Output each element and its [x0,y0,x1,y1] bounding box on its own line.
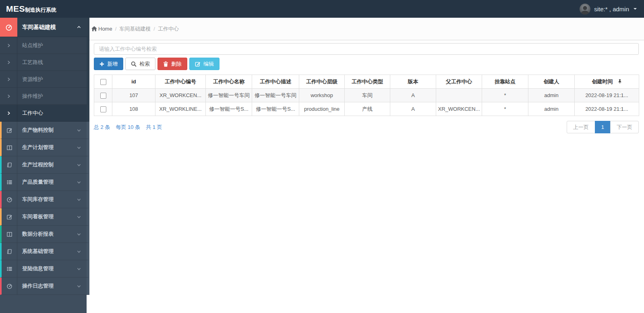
chevron-right-icon [0,71,17,87]
cell-desc: 修一智能一号S... [252,102,299,116]
row-select-cell [94,102,112,116]
sidebar-item-station-maintenance[interactable]: 站点维护 [0,37,89,54]
sidebar-group-label: 登陆信息管理 [17,265,77,272]
top-navbar: MES制造执行系统 site:* , admin [0,0,644,18]
delete-button-label: 删除 [171,60,182,68]
cell-name: 修一智能一号S... [206,102,252,116]
cell-code: XR_WORKCEN... [155,89,206,102]
chevron-down-icon [77,232,81,236]
delete-button[interactable]: 删除 [157,58,187,70]
cell-version: A [390,89,436,102]
list-icon [2,174,17,191]
dashboard-icon [2,278,17,294]
sidebar-group-operation-log-management[interactable]: 操作日志管理 [0,278,89,295]
sidebar-group-process-control[interactable]: 生产过程控制 [0,156,89,174]
sidebar-group-plan-management[interactable]: 生产计划管理 [0,139,89,156]
cell-level: production_line [299,102,345,116]
sidebar-group-label: 产品质量管理 [17,178,77,186]
prev-page-button[interactable]: 上一页 [567,121,595,133]
column-header-type: 工作中心类型 [345,75,390,89]
cell-desc: 修一智能一号车间 [252,89,299,102]
column-header-parent: 父工作中心 [436,75,482,89]
edit-icon [2,122,17,139]
column-header-code: 工作中心编号 [155,75,206,89]
table-header-row: id 工作中心编号 工作中心名称 工作中心描述 工作中心层级 工作中心类型 版本… [94,75,639,89]
select-all-checkbox[interactable] [100,79,106,85]
row-select-cell [94,89,112,102]
sidebar-group-label: 生产物料控制 [17,126,77,134]
breadcrumb-separator: / [153,26,155,32]
breadcrumb-home-link[interactable]: Home [91,26,112,32]
avatar [580,4,590,15]
sidebar-item-label: 站点维护 [17,42,87,49]
cell-id: 108 [112,102,155,116]
search-button[interactable]: 检索 [125,58,155,70]
sidebar-group-login-info-management[interactable]: 登陆信息管理 [0,260,89,278]
table-row[interactable]: 107 XR_WORKCEN... 修一智能一号车间 修一智能一号车间 work… [94,89,639,102]
sidebar-group-label: 生产计划管理 [17,144,77,151]
app-logo: MES制造执行系统 [0,4,56,14]
work-center-table: id 工作中心编号 工作中心名称 工作中心描述 工作中心层级 工作中心类型 版本… [94,75,639,116]
cell-type: 车间 [345,89,390,102]
page-1-button[interactable]: 1 [595,121,611,133]
sidebar-group-label: 数据分析报表 [17,230,77,238]
pagination-controls: 上一页 1 下一页 [567,121,639,133]
sidebar-filler [0,295,89,313]
sidebar-group-label: 系统基础管理 [17,248,77,255]
chevron-right-icon [0,37,17,54]
sidebar-group-label: 生产过程控制 [17,161,77,168]
cell-station: * [482,89,528,102]
sidebar-group-workshop-modeling[interactable]: 车间基础建模 [0,18,89,37]
book-icon [2,156,17,173]
edit-button[interactable]: 编辑 [189,58,219,70]
chevron-down-icon [77,198,81,201]
sidebar-group-quality-management[interactable]: 产品质量管理 [0,174,89,191]
next-page-button[interactable]: 下一页 [610,121,639,133]
breadcrumb-separator: / [115,26,117,32]
row-checkbox[interactable] [100,106,106,112]
cell-parent: XR_WORKCEN... [436,102,482,116]
list-icon [2,260,17,277]
pagination-page-count: 共 1 页 [146,124,162,131]
chevron-down-icon [77,146,81,149]
user-menu[interactable]: site:* , admin [580,4,644,15]
edit-square-icon [195,61,201,67]
content-panel: 新增 检索 删除 编辑 [89,40,644,313]
chevron-down-icon [77,250,81,253]
user-label: site:* , admin [594,6,629,12]
sidebar-group-system-management[interactable]: 系统基础管理 [0,243,89,260]
breadcrumb-crumb-current: 工作中心 [158,25,179,33]
column-header-desc: 工作中心描述 [252,75,299,89]
add-button[interactable]: 新增 [94,58,123,70]
breadcrumb-crumb: 车间基础建模 [119,25,151,33]
pin-icon [618,79,622,84]
row-checkbox[interactable] [100,93,106,99]
column-header-version: 版本 [390,75,436,89]
cell-station: * [482,102,528,116]
cell-version: A [390,102,436,116]
sidebar-group-analytics-reports[interactable]: 数据分析报表 [0,226,89,243]
sidebar-group-material-control[interactable]: 生产物料控制 [0,122,89,139]
chevron-down-icon [77,215,81,219]
sidebar-item-work-center[interactable]: 工作中心 [0,105,89,122]
search-input[interactable] [94,43,639,55]
select-all-cell [94,75,112,89]
cell-code: XR_WORKLINE... [155,102,206,116]
sidebar-item-operation-maintenance[interactable]: 操作维护 [0,88,89,105]
sidebar-item-resource-maintenance[interactable]: 资源维护 [0,71,89,88]
sidebar-group-kanban-management[interactable]: 车间看板管理 [0,208,89,226]
column-header-created-label: 创建时间 [592,78,613,85]
cell-creator: admin [528,89,575,102]
pagination-total: 总 2 条 [94,124,110,131]
column-header-level: 工作中心层级 [299,75,345,89]
sidebar-group-inventory-management[interactable]: 车间库存管理 [0,191,89,208]
sidebar-item-label: 操作维护 [17,93,87,100]
book-icon [2,243,17,260]
dashboard-icon [2,191,17,208]
columns-icon [2,139,17,156]
trash-icon [163,61,168,67]
column-header-name: 工作中心名称 [206,75,252,89]
sidebar-item-process-route[interactable]: 工艺路线 [0,54,89,71]
table-row[interactable]: 108 XR_WORKLINE... 修一智能一号S... 修一智能一号S...… [94,102,639,116]
cell-created: 2022-08-19 21:1... [575,102,639,116]
